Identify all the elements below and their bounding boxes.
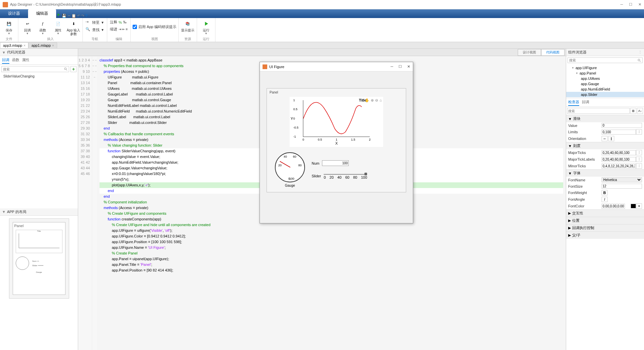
slider-thumb[interactable] xyxy=(364,173,367,175)
save-icon[interactable]: 💾 xyxy=(62,14,66,18)
vertical-button[interactable]: ‖ xyxy=(608,136,614,141)
collapse-icon[interactable]: ▼ xyxy=(2,50,6,54)
close-icon[interactable]: ✕ xyxy=(638,2,641,7)
uifigure-title: UI Figure xyxy=(269,65,284,69)
section-position[interactable]: ▶位置 xyxy=(566,217,644,224)
tree-slider[interactable]: app.Slider xyxy=(566,92,644,97)
ui-gauge: 0 20 40 60 80 100 xyxy=(275,152,305,182)
find-button[interactable]: 🔍查找 ▼ xyxy=(85,26,105,33)
tree-uifigure[interactable]: ▼app.UIFigure xyxy=(566,65,644,70)
minorticks-input[interactable] xyxy=(602,164,636,169)
slider-label: Slider xyxy=(312,174,321,178)
copy-icon[interactable]: 📋 xyxy=(71,14,76,18)
redo-icon[interactable]: ↷ xyxy=(81,14,84,18)
enable-errors-label: 启用 App 编码错误提示 xyxy=(138,24,176,29)
play-icon xyxy=(202,20,210,28)
majorticklabels-input[interactable] xyxy=(602,157,636,162)
showhint-button[interactable]: 📚显示提示 xyxy=(181,19,195,32)
tab-callbacks[interactable]: 回调 xyxy=(2,57,9,64)
tab-editor[interactable]: 编辑器 xyxy=(28,9,56,18)
save-icon: 💾 xyxy=(5,20,13,28)
limits-input[interactable] xyxy=(602,130,636,135)
maximize-icon[interactable]: ☐ xyxy=(398,64,402,69)
appinput-button[interactable]: ⬇App 输入参数 xyxy=(66,19,80,36)
value-input[interactable] xyxy=(602,123,642,128)
tree-uiaxes[interactable]: app.UIAxes xyxy=(566,76,644,81)
sort-button[interactable]: A↓ xyxy=(637,108,643,114)
tree-panel[interactable]: ▼app.Panel xyxy=(566,70,644,76)
cut-icon[interactable]: ✂ xyxy=(67,14,70,18)
more-button[interactable]: ⋮ xyxy=(636,129,642,135)
fontsize-input[interactable] xyxy=(602,184,642,189)
close-icon[interactable]: × xyxy=(24,44,26,47)
num-label: Num xyxy=(312,161,319,165)
bold-button[interactable]: B xyxy=(602,190,608,195)
property-button[interactable]: 📄属性▼ xyxy=(51,19,65,35)
function-button[interactable]: ƒ函数▼ xyxy=(36,19,50,35)
uifigure-window: UI Figure ─ ☐ ✕ Panel Title ⇪ ✋ ⊕ ⊖ ⌂ xyxy=(260,62,413,223)
section-slider[interactable]: ▼滑块 xyxy=(566,115,644,122)
section-font[interactable]: ▼字体 xyxy=(566,170,644,177)
uifigure-titlebar[interactable]: UI Figure ─ ☐ ✕ xyxy=(260,62,413,71)
enable-errors-checkbox[interactable] xyxy=(133,25,137,29)
ui-panel: Panel Title ⇪ ✋ ⊕ ⊖ ⌂ 1 0.5 0 -0. xyxy=(267,88,406,192)
section-interact[interactable]: ▶交互性 xyxy=(566,210,644,217)
appinput-icon: ⬇ xyxy=(69,20,77,28)
minimize-icon[interactable]: ─ xyxy=(390,64,393,69)
tree-numeditfield[interactable]: app.NumEditField xyxy=(566,86,644,92)
color-swatch[interactable] xyxy=(631,204,636,208)
layout-header: ▼ APP 的布局 xyxy=(0,208,78,216)
home-icon[interactable]: ⌂ xyxy=(379,98,382,103)
add-callback-button[interactable]: + xyxy=(70,66,76,72)
section-scale[interactable]: ▼刻度 xyxy=(566,142,644,149)
function-icon: ƒ xyxy=(39,20,47,28)
save-button[interactable]: 💾 保存▼ xyxy=(2,19,16,35)
fontcolor-input[interactable] xyxy=(602,204,625,209)
tree-gauge[interactable]: app.Gauge xyxy=(566,81,644,86)
help-icon[interactable]: ? xyxy=(85,14,87,18)
run-icon[interactable] xyxy=(56,12,61,17)
view-grid-button[interactable]: ⊞ xyxy=(630,108,636,114)
file-tabs: app3.mlapp× app1.mlapp× xyxy=(0,42,644,49)
maximize-icon[interactable]: ☐ xyxy=(629,2,632,7)
section-parent[interactable]: ▶父/子 xyxy=(566,232,644,239)
indent-button[interactable]: 缩进 ⇥ ⇤ ≡ xyxy=(109,26,128,32)
tab-properties[interactable]: 属性 xyxy=(22,57,29,64)
inspector-search-input[interactable] xyxy=(567,108,630,114)
callback-item[interactable]: SliderValueChanging xyxy=(0,73,78,79)
filetab-app3[interactable]: app3.mlapp× xyxy=(0,42,28,48)
collapse-icon[interactable]: ▼ xyxy=(2,210,6,214)
callback-button[interactable]: ↩回调▼ xyxy=(20,19,34,35)
design-view-button[interactable]: 设计视图 xyxy=(518,49,541,56)
app-icon xyxy=(263,64,267,69)
goto-button[interactable]: ⇢转至 ▼ xyxy=(85,19,105,26)
code-view-button[interactable]: 代码视图 xyxy=(541,49,565,56)
close-icon[interactable]: ✕ xyxy=(407,64,410,69)
filetab-app1[interactable]: app1.mlapp× xyxy=(28,42,57,48)
ui-axes[interactable]: Title ⇪ ✋ ⊕ ⊖ ⌂ 1 0.5 0 -0.5 -1 xyxy=(290,97,383,147)
run-button[interactable]: 运行▼ xyxy=(199,19,213,35)
zoomout-icon[interactable]: ⊖ xyxy=(375,98,378,103)
ui-slider[interactable]: 020 4060 80100 xyxy=(324,173,367,179)
zoomin-icon[interactable]: ⊕ xyxy=(371,98,374,103)
minimize-icon[interactable]: ─ xyxy=(620,2,623,7)
tab-functions[interactable]: 函数 xyxy=(12,57,19,64)
layout-preview[interactable]: Panel Title Num ▭Slider ━━━━ Gauge xyxy=(0,216,78,350)
undo-icon[interactable]: ↶ xyxy=(77,14,80,18)
property-icon: 📄 xyxy=(54,20,62,28)
num-edit-field[interactable] xyxy=(322,160,349,166)
tab-inspector[interactable]: 检查器 xyxy=(568,99,579,106)
browser-search-input[interactable] xyxy=(1,66,69,72)
component-search-input[interactable] xyxy=(568,57,643,63)
horizontal-button[interactable]: ═ xyxy=(602,136,608,141)
italic-button[interactable]: I xyxy=(602,197,608,202)
fontname-select[interactable]: Helvetica xyxy=(602,177,642,182)
majorticks-input[interactable] xyxy=(602,150,636,155)
tab-callbacks-insp[interactable]: 回调 xyxy=(582,99,589,106)
tab-designer[interactable]: 设计器 xyxy=(0,9,28,18)
component-browser-header: 组件浏览器 ⋮ xyxy=(566,49,644,56)
panel-menu-icon[interactable]: ⋮ xyxy=(638,50,642,54)
comment-button[interactable]: 注释 % ‰ xyxy=(109,19,127,25)
section-cbctrl[interactable]: ▶回调执行控制 xyxy=(566,224,644,231)
close-icon[interactable]: × xyxy=(52,44,54,47)
